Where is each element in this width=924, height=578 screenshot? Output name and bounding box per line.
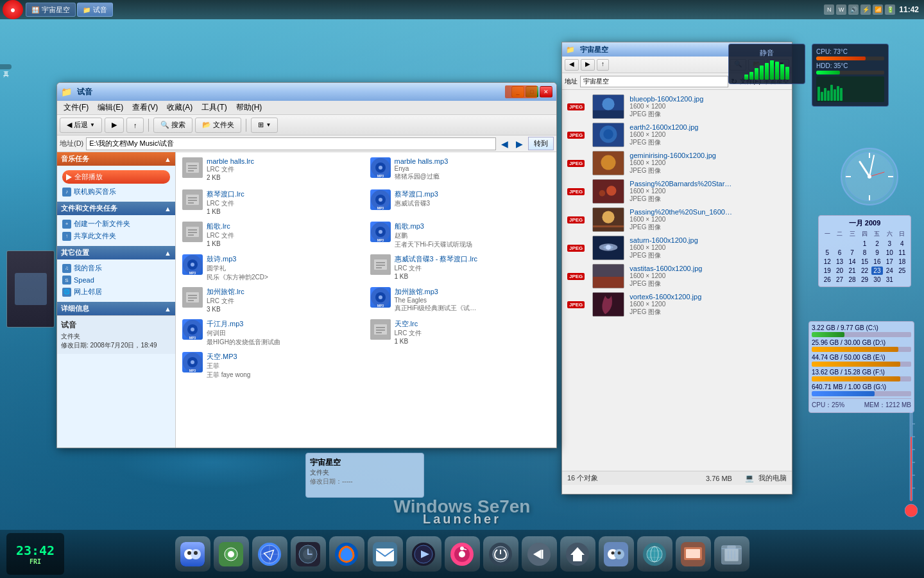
go-forward-icon[interactable]: ▶ xyxy=(513,139,526,149)
analog-clock xyxy=(841,148,898,206)
view-button[interactable]: ⊞ ▼ xyxy=(251,118,278,133)
wp-item-7[interactable]: JPEG vortex6-1600x1200.jpg 1600 × 1200 J… xyxy=(565,290,789,319)
file-item-10[interactable]: MP3 千江月.mp3 何训田 最HIGH的发烧低音测试曲 xyxy=(178,317,366,349)
file-info-3: 蔡琴渡口.mp3 惠威试音碟3 xyxy=(395,189,551,208)
buy-music-link[interactable]: ♪ 联机购买音乐 xyxy=(62,186,170,198)
menu-edit[interactable]: 编辑(E) xyxy=(94,101,127,114)
new-folder-link[interactable]: + 创建一个新文件夹 xyxy=(62,218,170,230)
menu-help[interactable]: 帮助(H) xyxy=(232,101,266,114)
toolbar-sep-1 xyxy=(148,119,149,132)
tray-icon-4[interactable]: ⚡ xyxy=(860,4,871,15)
wallpaper-address-input[interactable] xyxy=(580,76,728,87)
address-input[interactable] xyxy=(86,137,496,150)
folders-button[interactable]: 📂 文件夹 xyxy=(195,118,241,133)
network-link[interactable]: 🌐 网上邻居 xyxy=(62,286,170,298)
file-item-0[interactable]: marble halls.lrc LRC 文件 2 KB xyxy=(178,155,366,187)
file-item-7[interactable]: 惠威试音碟3 - 蔡琴渡口.lrc LRC 文件 1 KB xyxy=(366,252,554,285)
tray-icon-5[interactable]: 📶 xyxy=(873,4,883,15)
dock-safari[interactable] xyxy=(252,536,287,572)
back-button[interactable]: ◀ 后退 ▼ xyxy=(60,118,102,133)
wp-item-0[interactable]: JPEG blueoрb-1600x1200.jpg 1600 × 1200 J… xyxy=(565,92,789,121)
tray-icon-3[interactable]: 🔊 xyxy=(848,4,859,15)
up-button[interactable]: ↑ xyxy=(126,118,144,133)
file-info-12: 天空.MP3 王菲 王菲 faye wong xyxy=(207,352,363,380)
tray-icons: N W 🔊 ⚡ 📶 🔋 xyxy=(824,4,895,15)
dock-time-machine[interactable] xyxy=(291,536,326,572)
file-item-3[interactable]: MP3 蔡琴渡口.mp3 惠威试音碟3 xyxy=(366,187,554,219)
dock-back[interactable] xyxy=(522,536,557,572)
toolbar-sep-2 xyxy=(246,119,246,132)
dock-quicktime[interactable] xyxy=(406,536,441,572)
wp-up-btn[interactable]: ↑ xyxy=(597,59,609,71)
menu-favorites[interactable]: 收藏(A) xyxy=(163,101,196,114)
tray-icon-6[interactable]: 🔋 xyxy=(885,4,895,15)
wp-item-4[interactable]: JPEG Passing%20the%20Sun_1600… 1600 × 12… xyxy=(565,206,789,234)
detail-type: 文件夹 xyxy=(61,332,171,341)
mp3-icon-5: MP3 xyxy=(370,222,391,242)
play-all-button[interactable]: 全部播放 xyxy=(62,170,170,184)
dock-screen-share[interactable] xyxy=(676,536,711,572)
dock-power[interactable] xyxy=(483,536,518,572)
share-folder-link[interactable]: ↑ 共享此文件夹 xyxy=(62,230,170,242)
taskbar-item-0[interactable]: 🪟 宇宙星空 xyxy=(26,3,76,17)
dock-itunes[interactable] xyxy=(445,536,480,572)
wp-forward-btn[interactable]: ▶ xyxy=(581,59,595,71)
taskbar-item-1[interactable]: 📁 试音 xyxy=(77,3,113,17)
spead-link[interactable]: S Spead xyxy=(62,274,170,286)
wp-item-1[interactable]: JPEG earth2-1600x1200.jpg 1600 × 1200 JP… xyxy=(565,121,789,149)
wp-item-6[interactable]: JPEG vastitas-1600x1200.jpg 1600 × 1200 … xyxy=(565,262,789,290)
dock-finder[interactable] xyxy=(175,536,210,572)
file-item-5[interactable]: MP3 船歌.mp3 赵鹏 王者天下Hi-Fi天碟试听现场 xyxy=(366,219,554,252)
folder-popup: 宇宙星空 文件夹 修改日期：----- xyxy=(305,453,424,498)
go-button[interactable]: 转到 xyxy=(528,137,554,150)
tray-icon-2[interactable]: W xyxy=(836,4,846,15)
lrc-icon-11 xyxy=(370,319,391,340)
jpeg-badge-7: JPEG xyxy=(567,301,585,308)
svg-point-35 xyxy=(379,198,382,202)
file-item-12[interactable]: MP3 天空.MP3 王菲 王菲 faye wong xyxy=(178,349,366,382)
file-info-0: marble halls.lrc LRC 文件 2 KB xyxy=(207,157,363,181)
dock-home[interactable] xyxy=(560,536,595,572)
svg-point-12 xyxy=(905,504,918,517)
start-button[interactable]: ● xyxy=(3,0,23,19)
left-panel: 音乐任务 ▲ 全部播放 ♪ 联机购买音乐 xyxy=(57,152,176,448)
lrc-icon-8 xyxy=(182,287,203,308)
wp-item-2[interactable]: JPEG geminirising-1600x1200.jpg 1600 × 1… xyxy=(565,149,789,177)
menu-tools[interactable]: 工具(T) xyxy=(198,101,230,114)
search-button[interactable]: 🔍 搜索 xyxy=(153,118,193,133)
dock-system-pref[interactable] xyxy=(214,536,249,572)
file-item-11[interactable]: 天空.lrc LRC 文件 1 KB xyxy=(366,317,554,349)
wp-back-btn[interactable]: ◀ xyxy=(565,59,579,71)
wp-item-5[interactable]: JPEG saturn-1600x1200.jpg 1600 × 1200 JP… xyxy=(565,234,789,262)
explorer-window: 📁 试音 _ □ ✕ 文件(F) 编辑(E) 查看(V) 收藏(A) 工具(T)… xyxy=(56,82,557,448)
file-item-6[interactable]: MP3 鼓诗.mp3 圆学礼 民乐《东方神韵2CD> xyxy=(178,252,366,285)
forward-button[interactable]: ▶ xyxy=(105,118,124,133)
close-button[interactable]: ✕ xyxy=(540,86,552,98)
menu-file[interactable]: 文件(F) xyxy=(60,101,92,114)
file-info-6: 鼓诗.mp3 圆学礼 民乐《东方神韵2CD> xyxy=(207,254,363,282)
file-item-2[interactable]: 蔡琴渡口.lrc LRC 文件 1 KB xyxy=(178,187,366,219)
go-back-icon[interactable]: ◀ xyxy=(499,139,511,149)
calendar-days-header: 一 二 三 四 五 六 日 xyxy=(821,230,908,238)
file-item-9[interactable]: MP3 加州旅馆.mp3 The Eagles 真正HiFi级经典测试王《试… xyxy=(366,285,554,317)
my-music-icon: ♫ xyxy=(62,264,71,273)
svg-point-87 xyxy=(599,190,606,197)
dock-firefox[interactable] xyxy=(329,536,364,572)
svg-point-103 xyxy=(187,551,191,555)
svg-rect-158 xyxy=(727,545,735,548)
file-item-1[interactable]: MP3 marble halls.mp3 Enya 猪猪乐园@过瘾 xyxy=(366,155,554,187)
svg-point-120 xyxy=(343,550,350,558)
menu-view[interactable]: 查看(V) xyxy=(128,101,162,114)
dock-mail[interactable] xyxy=(368,536,403,572)
file-item-8[interactable]: 加州旅馆.lrc LRC 文件 3 KB xyxy=(178,285,366,317)
file-tasks-section: 文件和文件夹任务 ▲ + 创建一个新文件夹 ↑ 共享此文件夹 xyxy=(57,202,175,245)
mp3-icon-10: MP3 xyxy=(182,319,203,340)
dock-finder2[interactable] xyxy=(599,536,634,572)
dock-network[interactable] xyxy=(637,536,672,572)
my-music-link[interactable]: ♫ 我的音乐 xyxy=(62,262,170,274)
wp-item-3[interactable]: JPEG Passing%20Barnards%20Star… 1600 × 1… xyxy=(565,177,789,206)
tray-icon-1[interactable]: N xyxy=(824,4,834,15)
file-item-4[interactable]: 船歌.lrc LRC 文件 1 KB xyxy=(178,219,366,252)
up-icon: ↑ xyxy=(133,121,137,129)
dock-trash[interactable] xyxy=(714,536,749,572)
